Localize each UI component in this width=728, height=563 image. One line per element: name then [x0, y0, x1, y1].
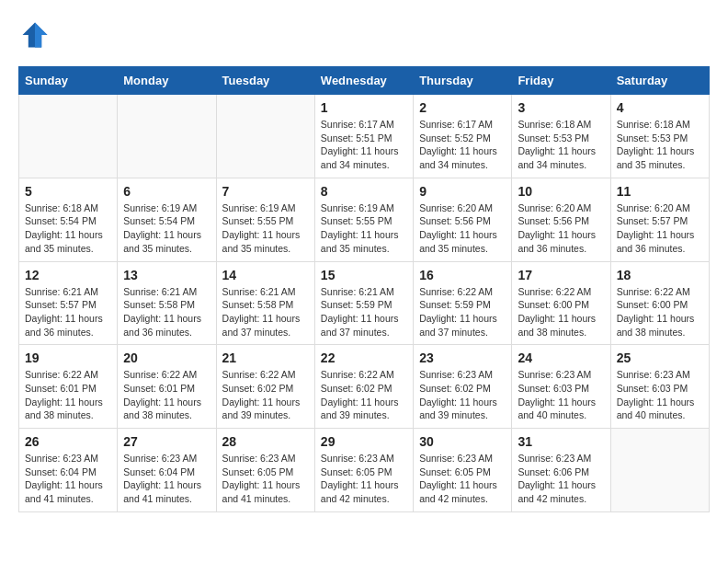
calendar-cell: 8Sunrise: 6:19 AM Sunset: 5:55 PM Daylig… [314, 178, 413, 261]
calendar-cell: 7Sunrise: 6:19 AM Sunset: 5:55 PM Daylig… [216, 178, 314, 261]
day-number: 7 [222, 184, 309, 199]
calendar-cell: 18Sunrise: 6:22 AM Sunset: 6:00 PM Dayli… [610, 261, 709, 345]
day-number: 18 [617, 268, 703, 282]
day-number: 13 [123, 268, 210, 282]
calendar-cell: 3Sunrise: 6:18 AM Sunset: 5:53 PM Daylig… [512, 95, 610, 178]
day-info: Sunrise: 6:22 AM Sunset: 6:01 PM Dayligh… [123, 368, 210, 422]
day-info: Sunrise: 6:18 AM Sunset: 5:53 PM Dayligh… [518, 118, 604, 172]
day-number: 12 [25, 268, 111, 282]
weekday-header-monday: Monday [118, 67, 216, 95]
calendar-cell: 14Sunrise: 6:21 AM Sunset: 5:58 PM Dayli… [216, 261, 314, 345]
day-number: 29 [321, 434, 407, 449]
calendar-cell: 6Sunrise: 6:19 AM Sunset: 5:54 PM Daylig… [118, 178, 216, 261]
day-number: 22 [321, 350, 407, 365]
day-number: 9 [419, 184, 506, 199]
day-number: 15 [321, 268, 407, 282]
day-number: 4 [617, 100, 703, 115]
calendar-week-row: 19Sunrise: 6:22 AM Sunset: 6:01 PM Dayli… [19, 345, 710, 429]
day-info: Sunrise: 6:23 AM Sunset: 6:05 PM Dayligh… [419, 452, 506, 506]
calendar-header: SundayMondayTuesdayWednesdayThursdayFrid… [19, 67, 710, 95]
weekday-header-tuesday: Tuesday [216, 67, 314, 95]
weekday-header-saturday: Saturday [610, 67, 709, 95]
calendar-cell: 13Sunrise: 6:21 AM Sunset: 5:58 PM Dayli… [118, 261, 216, 345]
day-info: Sunrise: 6:20 AM Sunset: 5:56 PM Dayligh… [419, 201, 506, 256]
day-info: Sunrise: 6:22 AM Sunset: 6:00 PM Dayligh… [518, 285, 604, 339]
weekday-header-thursday: Thursday [414, 67, 512, 95]
calendar-cell: 2Sunrise: 6:17 AM Sunset: 5:52 PM Daylig… [414, 95, 512, 178]
day-info: Sunrise: 6:20 AM Sunset: 5:56 PM Dayligh… [518, 201, 604, 256]
day-number: 25 [617, 350, 703, 365]
day-info: Sunrise: 6:19 AM Sunset: 5:54 PM Dayligh… [123, 201, 210, 256]
calendar-cell: 10Sunrise: 6:20 AM Sunset: 5:56 PM Dayli… [512, 178, 610, 261]
calendar-cell [19, 95, 118, 178]
calendar-cell: 21Sunrise: 6:22 AM Sunset: 6:02 PM Dayli… [216, 345, 314, 429]
calendar-cell: 29Sunrise: 6:23 AM Sunset: 6:05 PM Dayli… [314, 429, 413, 512]
day-number: 3 [518, 100, 604, 115]
logo-icon [18, 18, 51, 52]
day-number: 31 [518, 434, 604, 449]
day-info: Sunrise: 6:18 AM Sunset: 5:53 PM Dayligh… [617, 118, 703, 172]
day-info: Sunrise: 6:22 AM Sunset: 6:00 PM Dayligh… [617, 285, 703, 339]
day-info: Sunrise: 6:23 AM Sunset: 6:03 PM Dayligh… [518, 368, 604, 422]
day-info: Sunrise: 6:22 AM Sunset: 6:02 PM Dayligh… [222, 368, 309, 422]
calendar-cell: 30Sunrise: 6:23 AM Sunset: 6:05 PM Dayli… [414, 429, 512, 512]
day-info: Sunrise: 6:22 AM Sunset: 6:01 PM Dayligh… [25, 368, 111, 422]
day-info: Sunrise: 6:21 AM Sunset: 5:57 PM Dayligh… [25, 285, 111, 339]
day-number: 1 [321, 100, 407, 115]
page-header [18, 18, 710, 52]
day-info: Sunrise: 6:23 AM Sunset: 6:04 PM Dayligh… [25, 452, 111, 506]
day-info: Sunrise: 6:19 AM Sunset: 5:55 PM Dayligh… [321, 201, 407, 256]
calendar-cell: 11Sunrise: 6:20 AM Sunset: 5:57 PM Dayli… [610, 178, 709, 261]
day-number: 19 [25, 350, 111, 365]
day-info: Sunrise: 6:23 AM Sunset: 6:04 PM Dayligh… [123, 452, 210, 506]
calendar-cell: 24Sunrise: 6:23 AM Sunset: 6:03 PM Dayli… [512, 345, 610, 429]
day-info: Sunrise: 6:21 AM Sunset: 5:58 PM Dayligh… [222, 285, 309, 339]
day-number: 16 [419, 268, 506, 282]
weekday-header-wednesday: Wednesday [314, 67, 413, 95]
weekday-header-row: SundayMondayTuesdayWednesdayThursdayFrid… [19, 67, 710, 95]
calendar-cell: 9Sunrise: 6:20 AM Sunset: 5:56 PM Daylig… [414, 178, 512, 261]
calendar-cell: 26Sunrise: 6:23 AM Sunset: 6:04 PM Dayli… [19, 429, 118, 512]
calendar-cell: 19Sunrise: 6:22 AM Sunset: 6:01 PM Dayli… [19, 345, 118, 429]
calendar-cell: 27Sunrise: 6:23 AM Sunset: 6:04 PM Dayli… [118, 429, 216, 512]
day-info: Sunrise: 6:23 AM Sunset: 6:05 PM Dayligh… [321, 452, 407, 506]
day-number: 2 [419, 100, 506, 115]
day-info: Sunrise: 6:23 AM Sunset: 6:03 PM Dayligh… [617, 368, 703, 422]
day-info: Sunrise: 6:19 AM Sunset: 5:55 PM Dayligh… [222, 201, 309, 256]
calendar-table: SundayMondayTuesdayWednesdayThursdayFrid… [18, 66, 710, 512]
calendar-week-row: 12Sunrise: 6:21 AM Sunset: 5:57 PM Dayli… [19, 261, 710, 345]
calendar-cell: 25Sunrise: 6:23 AM Sunset: 6:03 PM Dayli… [610, 345, 709, 429]
day-info: Sunrise: 6:20 AM Sunset: 5:57 PM Dayligh… [617, 201, 703, 256]
day-number: 8 [321, 184, 407, 199]
calendar-cell: 22Sunrise: 6:22 AM Sunset: 6:02 PM Dayli… [314, 345, 413, 429]
calendar-cell: 28Sunrise: 6:23 AM Sunset: 6:05 PM Dayli… [216, 429, 314, 512]
day-info: Sunrise: 6:17 AM Sunset: 5:51 PM Dayligh… [321, 118, 407, 172]
calendar-cell: 31Sunrise: 6:23 AM Sunset: 6:06 PM Dayli… [512, 429, 610, 512]
calendar-cell: 4Sunrise: 6:18 AM Sunset: 5:53 PM Daylig… [610, 95, 709, 178]
day-number: 21 [222, 350, 309, 365]
day-info: Sunrise: 6:21 AM Sunset: 5:58 PM Dayligh… [123, 285, 210, 339]
day-number: 24 [518, 350, 604, 365]
calendar-cell: 20Sunrise: 6:22 AM Sunset: 6:01 PM Dayli… [118, 345, 216, 429]
day-info: Sunrise: 6:22 AM Sunset: 6:02 PM Dayligh… [321, 368, 407, 422]
day-info: Sunrise: 6:23 AM Sunset: 6:06 PM Dayligh… [518, 452, 604, 506]
calendar-body: 1Sunrise: 6:17 AM Sunset: 5:51 PM Daylig… [19, 95, 710, 512]
day-info: Sunrise: 6:18 AM Sunset: 5:54 PM Dayligh… [25, 201, 111, 256]
logo [18, 18, 55, 52]
day-number: 28 [222, 434, 309, 449]
day-number: 26 [25, 434, 111, 449]
day-number: 5 [25, 184, 111, 199]
day-info: Sunrise: 6:17 AM Sunset: 5:52 PM Dayligh… [419, 118, 506, 172]
calendar-week-row: 1Sunrise: 6:17 AM Sunset: 5:51 PM Daylig… [19, 95, 710, 178]
day-number: 11 [617, 184, 703, 199]
day-number: 27 [123, 434, 210, 449]
day-number: 23 [419, 350, 506, 365]
calendar-week-row: 5Sunrise: 6:18 AM Sunset: 5:54 PM Daylig… [19, 178, 710, 261]
day-number: 14 [222, 268, 309, 282]
calendar-cell: 16Sunrise: 6:22 AM Sunset: 5:59 PM Dayli… [414, 261, 512, 345]
calendar-cell: 12Sunrise: 6:21 AM Sunset: 5:57 PM Dayli… [19, 261, 118, 345]
day-number: 10 [518, 184, 604, 199]
calendar-cell: 5Sunrise: 6:18 AM Sunset: 5:54 PM Daylig… [19, 178, 118, 261]
day-info: Sunrise: 6:23 AM Sunset: 6:05 PM Dayligh… [222, 452, 309, 506]
calendar-cell: 15Sunrise: 6:21 AM Sunset: 5:59 PM Dayli… [314, 261, 413, 345]
